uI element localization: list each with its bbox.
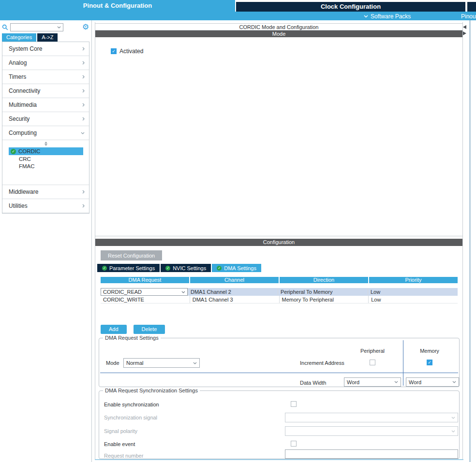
enable-sync-checkbox[interactable] bbox=[291, 401, 297, 407]
pinout-dropdown[interactable]: Pinout bbox=[459, 13, 476, 20]
gear-icon[interactable]: ⚙ bbox=[82, 23, 89, 31]
sidebar-item-security[interactable]: Security bbox=[2, 112, 89, 126]
sidebar-item-cordic[interactable]: CORDIC bbox=[9, 147, 83, 155]
sidebar-item-label: System Core bbox=[9, 45, 42, 52]
table-cell: Low bbox=[368, 288, 458, 296]
dma-request-settings-group: DMA Request Settings Peripheral Memory M… bbox=[99, 338, 460, 387]
search-input[interactable] bbox=[11, 24, 57, 30]
tab-label: NVIC Settings bbox=[173, 265, 206, 271]
request-number-input[interactable] bbox=[285, 449, 458, 459]
dma-sync-settings-group: DMA Request Synchronization Settings Ena… bbox=[99, 390, 460, 459]
sidebar-item-label: Middleware bbox=[9, 188, 38, 195]
activated-checkbox[interactable] bbox=[111, 48, 117, 54]
chevron-down-icon bbox=[451, 430, 455, 433]
sidebar-item-computing[interactable]: Computing bbox=[2, 126, 89, 140]
chevron-down-icon bbox=[452, 381, 456, 383]
table-row[interactable]: CORDIC_READ DMA1 Channel 2 Peripheral To… bbox=[101, 288, 458, 296]
sidebar-item-connectivity[interactable]: Connectivity bbox=[2, 84, 89, 98]
sidebar-search-row: ⚙ bbox=[2, 23, 89, 31]
reset-configuration-button[interactable]: Reset Configuration bbox=[101, 250, 162, 260]
check-circle-icon bbox=[102, 266, 107, 271]
group-legend: DMA Request Settings bbox=[103, 335, 161, 341]
sort-spinner-icon[interactable] bbox=[44, 142, 48, 146]
sidebar-item-label: Connectivity bbox=[9, 87, 40, 94]
mode-select-value: Normal bbox=[126, 360, 143, 366]
chevron-down-icon bbox=[193, 362, 197, 364]
sidebar-item-timers[interactable]: Timers bbox=[2, 70, 89, 84]
memory-increment-checkbox[interactable] bbox=[427, 360, 432, 365]
tab-a-to-z[interactable]: A->Z bbox=[37, 33, 58, 42]
collapse-right-icon[interactable] bbox=[463, 31, 466, 35]
table-cell: Peripheral To Memory bbox=[278, 288, 368, 296]
peripheral-column-label: Peripheral bbox=[351, 348, 394, 354]
table-cell: Low bbox=[368, 296, 458, 303]
table-cell: CORDIC_READ bbox=[101, 288, 188, 296]
collapse-left-icon[interactable] bbox=[463, 25, 466, 29]
sidebar-item-system-core[interactable]: System Core bbox=[2, 42, 89, 56]
sidebar-item-fmac[interactable]: FMAC bbox=[2, 163, 89, 170]
tab-clock-configuration[interactable]: Clock Configuration bbox=[236, 2, 465, 12]
tab-partial-right[interactable] bbox=[467, 2, 476, 12]
tab-parameter-settings[interactable]: Parameter Settings bbox=[97, 264, 160, 272]
computing-submenu: CORDIC CRC FMAC bbox=[2, 140, 89, 185]
peripherals-sidebar: ⚙ Categories A->Z System Core Analog Tim… bbox=[0, 20, 92, 462]
peripheral-increment-checkbox[interactable] bbox=[370, 360, 375, 365]
chevron-right-icon bbox=[82, 89, 85, 93]
sidebar-tabs: Categories A->Z bbox=[2, 33, 58, 42]
software-packs-dropdown[interactable]: Software Packs bbox=[364, 13, 411, 20]
sync-signal-select[interactable] bbox=[285, 413, 458, 422]
activated-row: Activated bbox=[95, 37, 462, 55]
table-cell: CORDIC_WRITE bbox=[101, 296, 190, 303]
search-combobox[interactable] bbox=[10, 23, 63, 31]
sidebar-item-label: Utilities bbox=[9, 202, 28, 209]
col-channel[interactable]: Channel bbox=[190, 277, 279, 283]
peripheral-data-width-select[interactable]: Word bbox=[344, 377, 401, 387]
chevron-down-icon bbox=[394, 381, 398, 383]
table-header-row: DMA Request Channel Direction Priority bbox=[101, 277, 458, 283]
col-priority[interactable]: Priority bbox=[369, 277, 458, 283]
mode-configuration-panel: CORDIC Mode and Configuration Mode Activ… bbox=[95, 22, 463, 460]
sidebar-item-multimedia[interactable]: Multimedia bbox=[2, 98, 89, 112]
check-circle-icon bbox=[217, 266, 222, 271]
configuration-section-header: Configuration bbox=[95, 239, 462, 246]
tab-categories[interactable]: Categories bbox=[2, 33, 36, 42]
sidebar-item-label: Security bbox=[9, 116, 30, 122]
delete-button[interactable]: Delete bbox=[134, 325, 165, 334]
panel-bottom-edge bbox=[95, 459, 463, 460]
activated-label: Activated bbox=[119, 48, 143, 55]
signal-polarity-select[interactable] bbox=[285, 426, 458, 436]
tab-pinout-configuration[interactable]: Pinout & Configuration bbox=[0, 0, 235, 12]
memory-column-label: Memory bbox=[408, 348, 451, 354]
col-direction[interactable]: Direction bbox=[280, 277, 368, 283]
chevron-right-icon bbox=[82, 117, 85, 121]
chevron-right-icon bbox=[82, 190, 85, 194]
search-icon bbox=[2, 24, 8, 30]
tab-dma-settings[interactable]: DMA Settings bbox=[212, 264, 261, 272]
sidebar-item-analog[interactable]: Analog bbox=[2, 56, 89, 70]
select-value: Word bbox=[409, 379, 421, 385]
check-circle-icon bbox=[11, 149, 16, 154]
sidebar-item-crc[interactable]: CRC bbox=[2, 156, 89, 163]
sidebar-item-utilities[interactable]: Utilities bbox=[2, 199, 89, 213]
col-dma-request[interactable]: DMA Request bbox=[101, 277, 189, 283]
tab-label: Parameter Settings bbox=[109, 265, 155, 271]
dma-requests-table: DMA Request Channel Direction Priority C… bbox=[101, 277, 458, 303]
sidebar-item-label: Computing bbox=[9, 130, 37, 136]
table-row[interactable]: CORDIC_WRITE DMA1 Channel 3 Memory To Pe… bbox=[101, 296, 458, 303]
tab-nvic-settings[interactable]: NVIC Settings bbox=[161, 264, 211, 272]
right-panel-edge[interactable] bbox=[469, 20, 471, 462]
enable-event-checkbox[interactable] bbox=[291, 441, 297, 447]
panel-collapse-control[interactable] bbox=[463, 25, 466, 35]
mode-select[interactable]: Normal bbox=[123, 358, 200, 368]
mode-section: Activated bbox=[95, 37, 462, 236]
memory-data-width-select[interactable]: Word bbox=[406, 377, 459, 387]
chevron-down-icon[interactable] bbox=[57, 26, 61, 29]
sidebar-item-middleware[interactable]: Middleware bbox=[2, 185, 89, 199]
dma-request-select[interactable]: CORDIC_READ bbox=[101, 288, 188, 296]
table-cell: DMA1 Channel 3 bbox=[190, 296, 279, 303]
increment-address-label: Increment Address bbox=[300, 360, 344, 366]
request-number-label: Request number bbox=[104, 453, 143, 459]
signal-polarity-label: Signal polarity bbox=[104, 428, 137, 434]
data-width-label: Data Width bbox=[300, 380, 326, 386]
add-button[interactable]: Add bbox=[101, 325, 127, 334]
